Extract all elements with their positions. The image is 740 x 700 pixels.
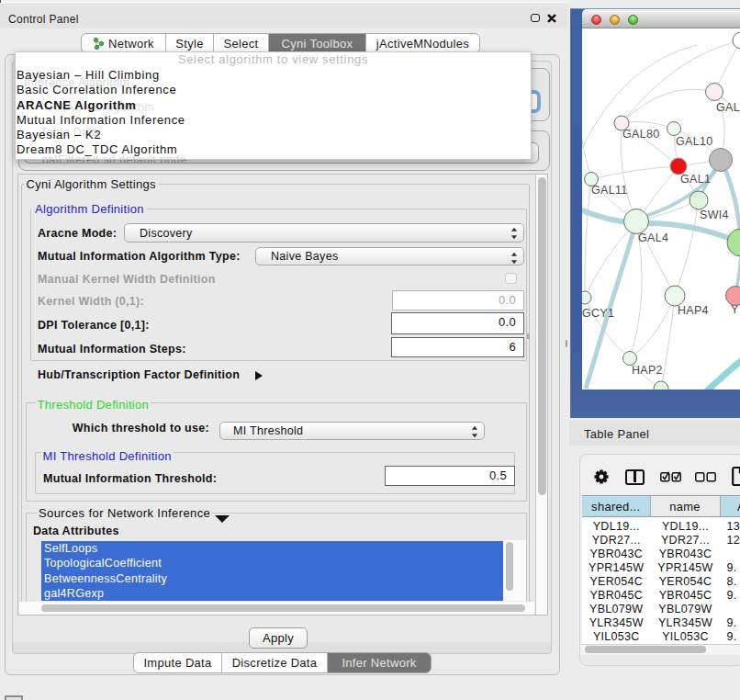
- svg-text:GAL10: GAL10: [676, 135, 712, 148]
- svg-text:HAP2: HAP2: [632, 364, 663, 377]
- svg-text:GAL4: GAL4: [638, 231, 668, 244]
- svg-text:Y: Y: [731, 303, 739, 316]
- svg-text:HAP4: HAP4: [678, 304, 709, 317]
- svg-text:GCY1: GCY1: [582, 307, 614, 320]
- svg-text:GAL80: GAL80: [622, 128, 659, 141]
- svg-text:GAL: GAL: [716, 101, 740, 114]
- svg-text:GAL11: GAL11: [591, 184, 628, 197]
- svg-text:GAL1: GAL1: [680, 173, 711, 186]
- svg-text:SWI4: SWI4: [700, 209, 729, 221]
